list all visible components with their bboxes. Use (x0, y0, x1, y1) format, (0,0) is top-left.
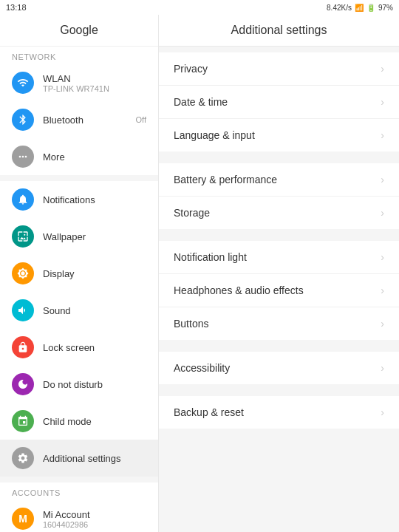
sound-label: Sound (43, 305, 146, 316)
status-time: 13:18 (6, 3, 27, 12)
childmode-icon (12, 410, 34, 432)
sidebar-item-miaccount[interactable]: M Mi Account 1604402986 (0, 500, 158, 532)
battery-percent: 97% (378, 4, 393, 12)
sound-icon (12, 299, 34, 321)
wlan-label: WLAN (43, 73, 109, 84)
privacy-chevron: › (381, 63, 384, 75)
childmode-label: Child mode (43, 416, 146, 427)
sidebar-item-wlan[interactable]: WLAN TP-LINK WR741N (0, 64, 158, 101)
sidebar-item-wlan-text: WLAN TP-LINK WR741N (43, 73, 109, 93)
sidebar-item-miaccount-text: Mi Account 1604402986 (43, 509, 90, 529)
settings-group-4: Accessibility › (159, 352, 399, 384)
display-label: Display (43, 268, 146, 279)
wallpaper-icon (12, 225, 34, 248)
sidebar-item-bluetooth[interactable]: Bluetooth Off (0, 101, 158, 138)
accessibility-label: Accessibility (174, 362, 381, 374)
more-icon (12, 146, 34, 168)
section-label-accounts: ACCOUNTS (0, 482, 158, 500)
notificationlight-label: Notification light (174, 251, 381, 263)
main-layout: Google NETWORK WLAN TP-LINK WR741N Bluet… (0, 15, 399, 532)
status-right: 8.42K/s 📶 🔋 97% (327, 4, 393, 12)
settings-item-languageinput[interactable]: Language & input › (159, 119, 399, 151)
donotdisturb-label: Do not disturb (43, 379, 146, 390)
sidebar-title: Google (0, 15, 158, 47)
settings-item-accessibility[interactable]: Accessibility › (159, 352, 399, 384)
settings-item-datetime[interactable]: Date & time › (159, 86, 399, 119)
sidebar-item-more[interactable]: More (0, 138, 158, 175)
network-speed: 8.42K/s (327, 4, 352, 12)
status-bar: 13:18 8.42K/s 📶 🔋 97% (0, 0, 399, 15)
sidebar-item-bluetooth-text: Bluetooth Off (43, 115, 146, 126)
sidebar: Google NETWORK WLAN TP-LINK WR741N Bluet… (0, 15, 159, 532)
settings-item-storage[interactable]: Storage › (159, 197, 399, 229)
languageinput-chevron: › (381, 129, 384, 141)
settings-group-2: Battery & performance › Storage › (159, 163, 399, 229)
accessibility-chevron: › (381, 362, 384, 374)
additionalsettings-label: Additional settings (43, 453, 146, 464)
more-label: More (43, 151, 146, 163)
notificationlight-chevron: › (381, 251, 384, 263)
bluetooth-label: Bluetooth (43, 115, 136, 126)
divider-2 (0, 477, 158, 482)
lockscreen-label: Lock screen (43, 342, 146, 353)
wifi-icon: 📶 (355, 4, 364, 12)
storage-label: Storage (174, 207, 381, 219)
settings-item-headphonesaudio[interactable]: Headphones & audio effects › (159, 274, 399, 307)
bluetooth-sub: Off (136, 115, 146, 124)
settings-item-backupreset[interactable]: Backup & reset › (159, 396, 399, 429)
sidebar-item-wallpaper[interactable]: Wallpaper (0, 218, 158, 255)
lockscreen-icon (12, 336, 34, 358)
buttons-label: Buttons (174, 318, 381, 330)
buttons-chevron: › (381, 318, 384, 330)
miaccount-icon: M (12, 508, 34, 530)
sidebar-item-additionalsettings[interactable]: Additional settings (0, 440, 158, 477)
headphonesaudio-label: Headphones & audio effects (174, 284, 381, 296)
bluetooth-icon (12, 109, 34, 131)
storage-chevron: › (381, 207, 384, 219)
sidebar-item-display[interactable]: Display (0, 255, 158, 292)
notifications-label: Notifications (43, 194, 146, 205)
sidebar-item-donotdisturb[interactable]: Do not disturb (0, 366, 158, 403)
right-panel: Additional settings Privacy › Date & tim… (159, 15, 399, 532)
backupreset-chevron: › (381, 406, 384, 418)
privacy-label: Privacy (174, 63, 381, 75)
datetime-chevron: › (381, 96, 384, 108)
settings-item-batteryperformance[interactable]: Battery & performance › (159, 163, 399, 197)
settings-group-3: Notification light › Headphones & audio … (159, 241, 399, 340)
sidebar-item-childmode[interactable]: Child mode (0, 403, 158, 440)
backupreset-label: Backup & reset (174, 406, 381, 418)
divider-1 (0, 175, 158, 181)
notifications-icon (12, 188, 34, 211)
settings-group-1: Privacy › Date & time › Language & input… (159, 52, 399, 151)
battery-charging-icon: 🔋 (366, 4, 375, 12)
datetime-label: Date & time (174, 96, 381, 108)
settings-item-notificationlight[interactable]: Notification light › (159, 241, 399, 274)
headphonesaudio-chevron: › (381, 284, 384, 296)
settings-item-buttons[interactable]: Buttons › (159, 307, 399, 340)
right-panel-title: Additional settings (159, 15, 399, 47)
sidebar-item-notifications[interactable]: Notifications (0, 181, 158, 218)
settings-group-5: Backup & reset › (159, 396, 399, 429)
languageinput-label: Language & input (174, 129, 381, 141)
display-icon (12, 262, 34, 284)
batteryperformance-chevron: › (381, 174, 384, 185)
donotdisturb-icon (12, 373, 34, 395)
section-label-network: NETWORK (0, 47, 158, 64)
wlan-icon (12, 72, 34, 94)
wallpaper-label: Wallpaper (43, 231, 146, 242)
wlan-sub: TP-LINK WR741N (43, 84, 109, 93)
settings-item-privacy[interactable]: Privacy › (159, 52, 399, 86)
batteryperformance-label: Battery & performance (174, 174, 381, 185)
additionalsettings-icon (12, 447, 34, 469)
miaccount-label: Mi Account (43, 509, 90, 520)
sidebar-item-sound[interactable]: Sound (0, 292, 158, 329)
sidebar-item-lockscreen[interactable]: Lock screen (0, 329, 158, 366)
miaccount-sub: 1604402986 (43, 520, 90, 529)
